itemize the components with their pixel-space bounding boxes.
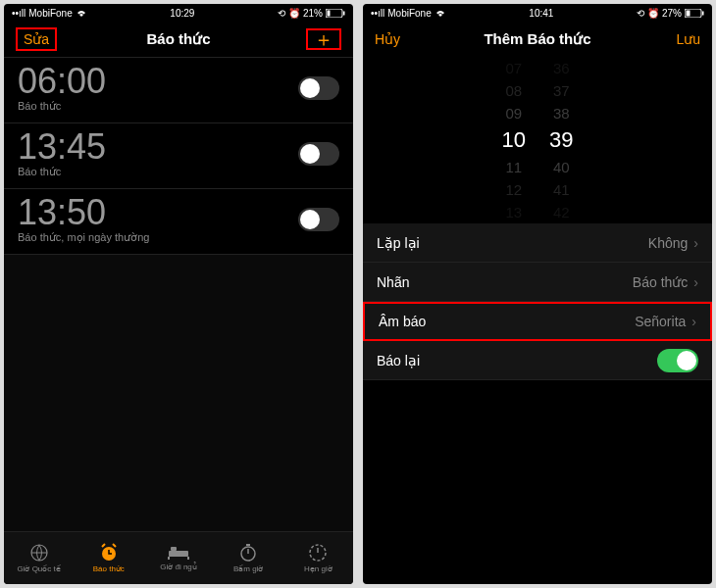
svg-rect-1 (328, 10, 331, 16)
alarm-label: Báo thức (18, 166, 106, 178)
battery-label: 27% (662, 8, 682, 19)
tab-stopwatch[interactable]: Bấm giờ (214, 532, 283, 584)
add-alarm-screen: ••ıll MobiFone 10:41 ⟲ ⏰ 27% Hủy Thêm Bá… (363, 4, 712, 584)
alarms-list: 06:00 Báo thức 13:45 Báo thức 13:50 Báo … (4, 57, 353, 531)
svg-rect-7 (187, 557, 189, 560)
alarm-toggle[interactable] (298, 208, 339, 231)
add-button[interactable]: ＋ (306, 28, 341, 50)
signal-icon: ••ıll (371, 8, 384, 19)
sound-row[interactable]: Âm báo Señorita› (363, 302, 712, 341)
repeat-row[interactable]: Lặp lại Không› (363, 223, 712, 263)
tab-bedtime[interactable]: Giờ đi ngủ (143, 532, 213, 584)
alarm-row[interactable]: 13:50 Báo thức, mọi ngày thường (4, 189, 353, 255)
tab-bar: Giờ Quốc tế Báo thức Giờ đi ngủ Bấm giờ … (4, 531, 353, 584)
cancel-button[interactable]: Hủy (375, 31, 400, 47)
alarm-label: Báo thức, mọi ngày thường (18, 231, 149, 244)
nav-title: Báo thức (146, 30, 210, 48)
alarm-toggle[interactable] (298, 142, 339, 166)
alarm-list-screen: ••ıll MobiFone 10:29 ⟲ ⏰ 21% Sửa Báo thứ… (4, 4, 353, 584)
battery-icon (326, 9, 345, 18)
time-picker[interactable]: 07 08 09 10 11 12 13 36 37 38 39 40 41 4… (363, 57, 712, 223)
alarm-row[interactable]: 13:45 Báo thức (4, 123, 353, 189)
alarm-label: Báo thức (18, 100, 106, 113)
battery-icon (685, 9, 704, 18)
battery-label: 21% (303, 8, 323, 19)
status-bar: ••ıll MobiFone 10:41 ⟲ ⏰ 27% (363, 4, 712, 22)
orientation-lock-icon: ⟲ (637, 8, 644, 19)
chevron-right-icon: › (691, 314, 696, 329)
tab-alarm[interactable]: Báo thức (74, 532, 143, 584)
alarm-icon: ⏰ (288, 8, 300, 19)
alarm-options-list: Lặp lại Không› Nhãn Báo thức› Âm báo Señ… (363, 223, 712, 380)
clock-time: 10:29 (170, 8, 194, 19)
alarm-time: 13:45 (18, 129, 106, 165)
status-bar: ••ıll MobiFone 10:29 ⟲ ⏰ 21% (4, 4, 353, 22)
alarm-time: 06:00 (18, 64, 106, 99)
carrier-label: MobiFone (387, 8, 431, 19)
hour-column[interactable]: 07 08 09 10 11 12 13 (502, 60, 526, 220)
nav-bar: Hủy Thêm Báo thức Lưu (363, 22, 712, 57)
wifi-icon (76, 9, 87, 18)
snooze-toggle[interactable] (657, 349, 698, 372)
svg-rect-5 (169, 551, 188, 557)
nav-title: Thêm Báo thức (484, 30, 590, 48)
alarm-time: 13:50 (18, 195, 149, 230)
svg-rect-10 (246, 544, 250, 546)
save-button[interactable]: Lưu (676, 31, 700, 47)
tab-world-clock[interactable]: Giờ Quốc tế (4, 532, 74, 584)
svg-rect-2 (343, 11, 345, 15)
chevron-right-icon: › (693, 235, 698, 251)
carrier-label: MobiFone (28, 8, 72, 19)
svg-rect-13 (687, 10, 690, 16)
alarm-icon: ⏰ (647, 8, 659, 19)
svg-rect-6 (168, 557, 170, 560)
edit-button[interactable]: Sửa (16, 27, 57, 51)
orientation-lock-icon: ⟲ (278, 8, 285, 19)
alarm-toggle[interactable] (298, 76, 339, 100)
svg-rect-14 (702, 11, 704, 15)
clock-time: 10:41 (529, 8, 553, 19)
signal-icon: ••ıll (12, 8, 26, 19)
label-row[interactable]: Nhãn Báo thức› (363, 263, 712, 302)
chevron-right-icon: › (693, 274, 698, 290)
nav-bar: Sửa Báo thức ＋ (4, 22, 353, 57)
svg-rect-8 (171, 547, 177, 551)
alarm-row[interactable]: 06:00 Báo thức (4, 58, 353, 123)
minute-column[interactable]: 36 37 38 39 40 41 42 (549, 60, 573, 220)
tab-timer[interactable]: Hẹn giờ (283, 532, 353, 584)
snooze-row: Báo lại (363, 341, 712, 380)
wifi-icon (435, 9, 446, 18)
